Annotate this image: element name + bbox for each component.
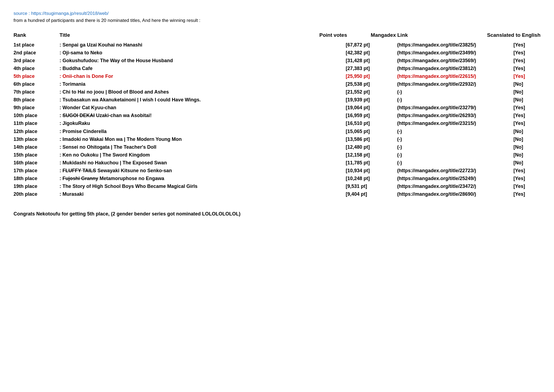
col-points-header: Point votes <box>319 31 371 39</box>
title-cell: : Mukidashi no Hakuchou | The Exposed Sw… <box>60 159 346 166</box>
link-cell: (-) <box>397 151 513 158</box>
link-cell: (-) <box>397 159 513 166</box>
rank-cell: 14th place <box>14 144 60 151</box>
table-row: 19th place: The Story of High School Boy… <box>14 183 540 190</box>
scan-cell: [No] <box>513 136 540 143</box>
table-row: 3rd place: Gokushufudou: The Way of the … <box>14 57 540 64</box>
points-cell: [10,934 pt] <box>346 167 397 174</box>
points-cell: [19,939 pt] <box>346 96 397 103</box>
link-cell: (https://mangadex.org/title/22723/) <box>397 167 513 174</box>
rank-cell: 6th place <box>14 81 60 88</box>
link-cell: (https://mangadex.org/title/26293/) <box>397 112 513 119</box>
title-cell: : Imadoki no Wakai Mon wa | The Modern Y… <box>60 136 346 143</box>
title-cell: : Fujoshi Granny Metamoruphose no Engawa <box>60 175 346 182</box>
table-row: 7th place: Chi to Hai no joou | Blood of… <box>14 88 540 95</box>
points-cell: [31,428 pt] <box>346 57 397 64</box>
table-row: 10th place: SUGOI DEKAI Uzaki-chan wa As… <box>14 112 540 119</box>
points-cell: [25,950 pt] <box>346 73 397 80</box>
table-row: 17th place: FLUFFY TAILS Sewayaki Kitsun… <box>14 167 540 174</box>
rank-cell: 12th place <box>14 128 60 135</box>
table-row: 13th place: Imadoki no Wakai Mon wa | Th… <box>14 136 540 143</box>
title-cell: : JigokuRaku <box>60 120 346 127</box>
title-cell: : Chi to Hai no joou | Blood of Blood an… <box>60 88 346 95</box>
rank-cell: 19th place <box>14 183 60 190</box>
rank-cell: 4th place <box>14 65 60 72</box>
link-cell: (https://mangadex.org/title/23472/) <box>397 183 513 190</box>
rankings-table: Rank Title Point votes Mangadex Link Sca… <box>14 31 540 198</box>
title-cell: : Tsubasakun wa Akanuketainoni | I wish … <box>60 96 346 103</box>
col-title-header: Title <box>60 31 319 39</box>
scan-cell: [Yes] <box>513 183 540 190</box>
link-cell: (https://mangadex.org/title/23825/) <box>397 41 513 48</box>
points-cell: [9,404 pt] <box>346 191 397 198</box>
points-cell: [42,382 pt] <box>346 49 397 56</box>
points-cell: [21,552 pt] <box>346 88 397 95</box>
title-cell: : Sensei no Ohitogata | The Teacher's Do… <box>60 144 346 151</box>
rank-cell: 7th place <box>14 88 60 95</box>
intro-text: from a hundred of participants and there… <box>14 18 540 23</box>
col-scan-header: Scanslated to English <box>487 31 540 39</box>
table-row: 5th place: Onii-chan is Done For[25,950 … <box>14 73 540 80</box>
scan-cell: [Yes] <box>513 120 540 127</box>
points-cell: [13,586 pt] <box>346 136 397 143</box>
rank-cell: 18th place <box>14 175 60 182</box>
source-link[interactable]: source : https://tsugimanga.jp/result/20… <box>14 11 540 16</box>
title-cell: : Torimania <box>60 81 346 88</box>
table-row: 9th place: Wonder Cat Kyuu-chan[19,064 p… <box>14 104 540 111</box>
link-cell: (-) <box>397 96 513 103</box>
rank-cell: 5th place <box>14 73 60 80</box>
scan-cell: [Yes] <box>513 104 540 111</box>
points-cell: [25,538 pt] <box>346 81 397 88</box>
points-cell: [9,531 pt] <box>346 183 397 190</box>
points-cell: [67,872 pt] <box>346 41 397 48</box>
scan-cell: [Yes] <box>513 73 540 80</box>
congrats-text: Congrats Nekotoufu for getting 5th place… <box>14 211 540 217</box>
title-cell: : Oji-sama to Neko <box>60 49 346 56</box>
points-cell: [19,064 pt] <box>346 104 397 111</box>
points-cell: [27,383 pt] <box>346 65 397 72</box>
table-header: Rank Title Point votes Mangadex Link Sca… <box>14 31 540 39</box>
link-cell: (https://mangadex.org/title/25249/) <box>397 175 513 182</box>
link-cell: (https://mangadex.org/title/23569/) <box>397 57 513 64</box>
points-cell: [10,248 pt] <box>346 175 397 182</box>
link-cell: (-) <box>397 144 513 151</box>
table-row: 20th place: Murasaki[9,404 pt](https://m… <box>14 191 540 198</box>
table-row: 4th place: Buddha Cafe[27,383 pt](https:… <box>14 65 540 72</box>
rank-cell: 2nd place <box>14 49 60 56</box>
table-row: 18th place: Fujoshi Granny Metamoruphose… <box>14 175 540 182</box>
points-cell: [16,959 pt] <box>346 112 397 119</box>
scan-cell: [Yes] <box>513 49 540 56</box>
link-cell: (https://mangadex.org/title/22615/) <box>397 73 513 80</box>
col-rank-header: Rank <box>14 31 60 39</box>
title-cell: : Wonder Cat Kyuu-chan <box>60 104 346 111</box>
title-cell: : Gokushufudou: The Way of the House Hus… <box>60 57 346 64</box>
scan-cell: [No] <box>513 81 540 88</box>
table-row: 12th place: Promise Cinderella[15,065 pt… <box>14 128 540 135</box>
link-cell: (https://mangadex.org/title/23812/) <box>397 65 513 72</box>
rank-cell: 13th place <box>14 136 60 143</box>
title-cell: : Onii-chan is Done For <box>60 73 346 80</box>
title-cell: : The Story of High School Boys Who Beca… <box>60 183 346 190</box>
link-cell: (https://mangadex.org/title/22932/) <box>397 81 513 88</box>
title-cell: : Buddha Cafe <box>60 65 346 72</box>
rank-cell: 16th place <box>14 159 60 166</box>
col-link-header: Mangadex Link <box>371 31 487 39</box>
scan-cell: [No] <box>513 151 540 158</box>
link-cell: (-) <box>397 136 513 143</box>
points-cell: [12,158 pt] <box>346 151 397 158</box>
rank-cell: 17th place <box>14 167 60 174</box>
table-row: 14th place: Sensei no Ohitogata | The Te… <box>14 144 540 151</box>
link-cell: (https://mangadex.org/title/23215/) <box>397 120 513 127</box>
points-cell: [16,510 pt] <box>346 120 397 127</box>
title-cell: : SUGOI DEKAI Uzaki-chan wa Asobitai! <box>60 112 346 119</box>
rank-cell: 1st place <box>14 41 60 48</box>
link-cell: (https://mangadex.org/title/23499/) <box>397 49 513 56</box>
title-cell: : Ken no Oukoku | The Sword Kingdom <box>60 151 346 158</box>
scan-cell: [Yes] <box>513 65 540 72</box>
scan-cell: [No] <box>513 96 540 103</box>
title-cell: : Murasaki <box>60 191 346 198</box>
title-cell: : Promise Cinderella <box>60 128 346 135</box>
points-cell: [12,480 pt] <box>346 144 397 151</box>
link-cell: (https://mangadex.org/title/28690/) <box>397 191 513 198</box>
scan-cell: [Yes] <box>513 191 540 198</box>
